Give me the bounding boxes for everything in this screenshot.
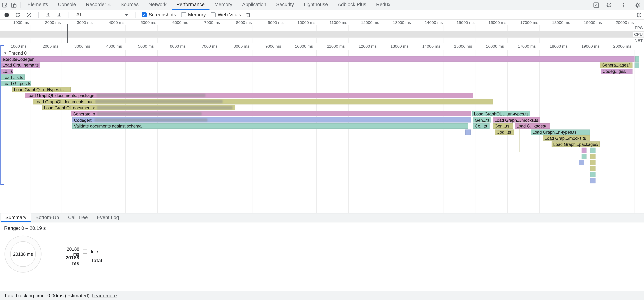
flame-bar[interactable] (590, 154, 596, 159)
flame-bar[interactable]: Generate: p (71, 111, 471, 117)
flame-bar[interactable]: Load GraphQL documents: (42, 105, 235, 110)
trash-button[interactable] (245, 11, 252, 19)
main-tabs: ElementsConsoleRecorder⚠SourcesNetworkPe… (23, 0, 395, 10)
flame-bar[interactable]: Cod...ts (495, 129, 514, 135)
record-button[interactable] (3, 11, 10, 19)
flame-bar[interactable] (582, 154, 586, 159)
flame-bar[interactable]: Load Graph.../mocks.ts (493, 117, 540, 123)
flame-bar[interactable]: Load Gra...hema.ts (1, 62, 40, 68)
flame-tick-label: 11000 ms (315, 44, 345, 49)
flame-bar[interactable] (590, 166, 596, 171)
flame-bar-label: Load Grap.../mocks.ts (543, 136, 586, 140)
overview-tick-label: 10000 ms (286, 20, 315, 25)
details-tab-call-tree[interactable]: Call Tree (64, 213, 92, 222)
tab-memory[interactable]: Memory (210, 0, 237, 10)
timeline-overview[interactable]: 1000 ms2000 ms3000 ms4000 ms5000 ms6000 … (0, 20, 644, 43)
reload-and-record-button[interactable] (14, 11, 22, 19)
save-profile-button[interactable] (56, 11, 63, 19)
tab-application[interactable]: Application (237, 0, 271, 10)
details-tab-bottom-up[interactable]: Bottom-Up (31, 213, 64, 222)
flame-bar[interactable]: Genera...ages/ (600, 62, 632, 68)
history-select[interactable]: #1 (75, 12, 130, 18)
flame-bar[interactable]: Codegen: (72, 117, 471, 123)
flame-bar-label: Load GraphQL ...urn-types.ts (472, 111, 529, 116)
flame-bar-label: Genera...ages/ (600, 63, 630, 68)
checkbox-screenshots[interactable]: Screenshots (142, 12, 176, 18)
flame-bar[interactable] (520, 123, 520, 152)
settings-gear-icon[interactable] (604, 0, 613, 9)
load-profile-button[interactable] (44, 11, 52, 19)
flame-bar[interactable]: Load Grap.../mocks.ts (543, 135, 590, 141)
flame-bar[interactable] (582, 148, 586, 153)
clear-button[interactable] (25, 11, 32, 19)
corner-gear-icon[interactable] (633, 0, 642, 9)
device-toolbar-icon[interactable] (9, 0, 18, 9)
summary-pane: Range: 0 – 20.19 s 20188 ms 20188 msIdle… (0, 222, 644, 291)
flame-bar[interactable]: Load Graph...n-types.ts (530, 129, 590, 135)
tab-security[interactable]: Security (271, 0, 299, 10)
history-label: #1 (76, 12, 82, 18)
flame-bar[interactable] (634, 62, 639, 68)
tab-sources[interactable]: Sources (116, 0, 144, 10)
donut-hole: 20188 ms (10, 241, 36, 267)
tab-adblock-plus[interactable]: Adblock Plus (333, 0, 371, 10)
flame-bar[interactable]: executeCodegen (1, 56, 635, 62)
flame-bar[interactable]: Codeg...ges/ (601, 69, 632, 74)
flame-bar-label: Load G...pes.ts (1, 81, 31, 86)
flame-window-bracket[interactable] (0, 45, 4, 185)
flame-bar[interactable] (466, 129, 471, 135)
flame-bar[interactable]: Load GraphQL ...urn-types.ts (472, 111, 530, 117)
inspect-icon[interactable] (0, 0, 9, 9)
overview-tick-label: 19000 ms (573, 20, 602, 25)
tabbar-right-icons: 3 (594, 0, 644, 9)
flame-bar-label: Codegen: (72, 117, 92, 122)
overview-tick-label: 5000 ms (128, 20, 156, 25)
flame-bar-label: Gen...ts (473, 117, 490, 122)
lane-label-cpu: CPU (633, 32, 644, 36)
flame-bar-label: Validate documents against schema (72, 123, 142, 128)
flame-bar-label: Load GraphQL documents: (42, 105, 95, 110)
flame-gridline (603, 50, 603, 213)
tab-performance[interactable]: Performance (172, 0, 210, 10)
redacted-text (96, 100, 223, 103)
details-tab-summary[interactable]: Summary (1, 213, 31, 222)
capture-settings-gear-icon[interactable] (635, 11, 642, 19)
tab-redux[interactable]: Redux (371, 0, 395, 10)
tab-elements[interactable]: Elements (23, 0, 53, 10)
overview-tick-label: 1000 ms (0, 20, 29, 25)
flame-bar[interactable] (579, 160, 584, 165)
overview-window-marker[interactable] (67, 24, 68, 43)
checkbox-web-vitals[interactable]: Web Vitals (211, 12, 241, 18)
flame-bar[interactable]: Co...ts (473, 123, 490, 129)
flame-bar[interactable] (590, 178, 596, 183)
flame-bar[interactable]: Validate documents against schema (72, 123, 468, 129)
flame-bar[interactable]: Load G...pes.ts (1, 81, 31, 86)
flame-gridline (316, 50, 316, 213)
tab-recorder[interactable]: Recorder⚠ (81, 0, 116, 10)
tab-lighthouse[interactable]: Lighthouse (299, 0, 333, 10)
flame-bar[interactable]: Gen...ts (473, 117, 491, 123)
flame-bar[interactable]: Load GraphQL documents: pac (33, 99, 493, 104)
tab-network[interactable]: Network (144, 0, 172, 10)
flame-bar[interactable]: Gen...ts (493, 123, 513, 129)
overview-tick-label: 8000 ms (223, 20, 252, 25)
flame-bar[interactable]: Load ...s.ts (1, 75, 25, 80)
kebab-menu-icon[interactable] (618, 0, 628, 9)
flame-bar[interactable] (636, 56, 639, 62)
messages-badge[interactable]: 3 (594, 2, 599, 8)
checkbox-memory[interactable]: Memory (181, 12, 206, 18)
flame-bar[interactable] (590, 172, 596, 177)
record-icon (4, 13, 9, 17)
flame-bar[interactable] (590, 148, 596, 153)
thread-header[interactable]: ▼ Thread 0 (4, 51, 27, 55)
flame-bar[interactable]: Load GraphQ...ed/types.ts (12, 87, 71, 92)
flame-bar[interactable]: Load Graph...packages/ (552, 142, 600, 147)
checkbox-box (142, 13, 146, 17)
flame-bar[interactable] (590, 160, 596, 165)
tab-console[interactable]: Console (53, 0, 81, 10)
flame-bar-label: Co...ts (473, 123, 487, 128)
flame-bar[interactable]: Load GraphQL documents: package (24, 93, 473, 98)
learn-more-link[interactable]: Learn more (92, 293, 117, 298)
details-tab-event-log[interactable]: Event Log (92, 213, 124, 222)
flame-chart[interactable]: 1000 ms2000 ms3000 ms4000 ms5000 ms6000 … (0, 43, 644, 213)
